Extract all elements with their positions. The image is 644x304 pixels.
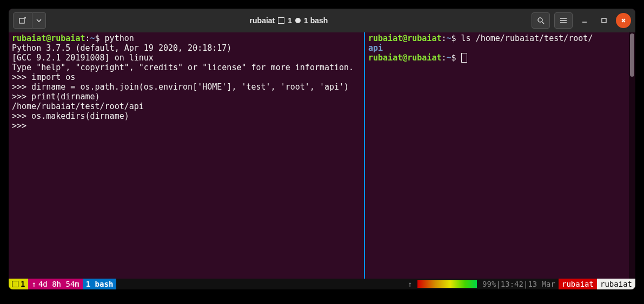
title-num1: 1	[288, 16, 292, 25]
prompt-user: rubaiat	[368, 33, 402, 43]
status-spacer	[116, 279, 404, 289]
minimize-icon	[581, 17, 588, 24]
new-tab-split-button[interactable]	[13, 12, 46, 29]
prompt-colon: :	[441, 53, 446, 63]
prompt-at: @	[402, 33, 407, 43]
prompt-at: @	[46, 33, 51, 43]
status-host-white: rubaiat	[597, 279, 635, 289]
titlebar-left	[13, 12, 46, 29]
status-battery: 99% | 13:42 | 13 Mar	[479, 279, 559, 289]
session-number: 1	[21, 279, 25, 289]
session-square-icon	[12, 281, 18, 287]
repl-print: >>> print(dirname)	[12, 92, 100, 102]
sep2: |	[523, 279, 528, 289]
tmux-statusbar: 1 ↑ 4d 8h 54m 1 bash ↑ 99% | 13:42 | 13 …	[9, 279, 635, 289]
hamburger-icon	[560, 17, 567, 24]
menu-button[interactable]	[554, 12, 573, 29]
prompt-host: rubaiat	[407, 33, 441, 43]
prompt-at: @	[402, 53, 407, 63]
host1: rubaiat	[562, 279, 594, 289]
cmd-ls: ls /home/rubaiat/test/root/	[461, 33, 593, 43]
battery-percent: 99%	[482, 279, 496, 289]
title-circle-icon	[295, 18, 301, 23]
arrow-up-icon: ↑	[408, 279, 412, 289]
repl-output-path: /home/rubaiat/test/root/api	[12, 102, 144, 111]
status-uptime: ↑ 4d 8h 54m	[28, 279, 82, 289]
prompt-host: rubaiat	[407, 53, 441, 63]
prompt-user: rubaiat	[12, 33, 46, 43]
new-tab-icon	[19, 17, 26, 24]
status-arrow: ↑	[404, 279, 415, 289]
maximize-button[interactable]	[596, 13, 612, 28]
titlebar-right	[532, 12, 631, 29]
maximize-icon	[601, 17, 607, 24]
svg-rect-7	[602, 18, 606, 23]
prompt-path: ~	[90, 33, 95, 43]
battery-gradient	[417, 280, 477, 288]
minimize-button[interactable]	[577, 13, 592, 28]
title-prefix: rubaiat	[250, 16, 275, 25]
python-version: Python 3.7.5 (default, Apr 19 2020, 20:1…	[12, 43, 231, 53]
left-pane[interactable]: rubaiat@rubaiat:~$ python Python 3.7.5 (…	[9, 32, 365, 279]
scrollbar[interactable]	[629, 32, 635, 279]
terminal-area: rubaiat@rubaiat:~$ python Python 3.7.5 (…	[9, 32, 635, 279]
scroll-thumb[interactable]	[630, 33, 634, 77]
prompt-path: ~	[447, 33, 452, 43]
svg-rect-0	[19, 18, 24, 23]
date-text: 13 Mar	[528, 279, 555, 289]
svg-line-2	[542, 22, 544, 24]
uptime-text: 4d 8h 54m	[38, 279, 79, 289]
gcc-line: [GCC 9.2.1 20191008] on linux	[12, 53, 154, 63]
search-button[interactable]	[532, 12, 550, 29]
prompt-user: rubaiat	[368, 53, 402, 63]
repl-makedirs: >>> os.makedirs(dirname)	[12, 111, 129, 121]
prompt-colon: :	[85, 33, 90, 43]
status-host-red: rubaiat	[559, 279, 597, 289]
prompt-path: ~	[447, 53, 452, 63]
close-button[interactable]	[616, 13, 631, 28]
repl-dirname: >>> dirname = os.path.join(os.environ['H…	[12, 82, 349, 92]
new-tab-dropdown[interactable]	[32, 12, 46, 29]
search-icon	[537, 17, 545, 24]
status-session: 1	[9, 279, 28, 289]
new-tab-button[interactable]	[13, 12, 32, 29]
repl-prompt: >>>	[12, 121, 31, 131]
status-window[interactable]: 1 bash	[83, 279, 117, 289]
window-title: rubaiat 1 1 bash	[46, 16, 532, 25]
right-pane[interactable]: rubaiat@rubaiat:~$ ls /home/rubaiat/test…	[365, 32, 635, 279]
help-line: Type "help", "copyright", "credits" or "…	[12, 63, 354, 72]
host2: rubaiat	[600, 279, 632, 289]
prompt-host: rubaiat	[51, 33, 85, 43]
svg-point-1	[538, 18, 542, 22]
prompt-colon: :	[441, 33, 446, 43]
repl-import: >>> import os	[12, 72, 75, 82]
uptime-arrow-icon: ↑	[31, 279, 36, 289]
cursor	[461, 53, 467, 63]
prompt-dollar: $	[452, 33, 461, 43]
time-text: 13:42	[501, 279, 523, 289]
window-label: 1 bash	[86, 279, 114, 289]
prompt-dollar: $	[452, 53, 461, 63]
terminal-window: rubaiat 1 1 bash	[9, 9, 635, 289]
title-square-icon	[278, 17, 284, 24]
sep1: |	[496, 279, 500, 289]
close-icon	[620, 17, 627, 24]
title-num2: 1 bash	[304, 16, 328, 25]
cmd-python: python	[105, 33, 134, 43]
chevron-down-icon	[36, 19, 42, 22]
titlebar: rubaiat 1 1 bash	[9, 9, 635, 32]
ls-output: api	[368, 43, 383, 53]
prompt-dollar: $	[95, 33, 105, 43]
